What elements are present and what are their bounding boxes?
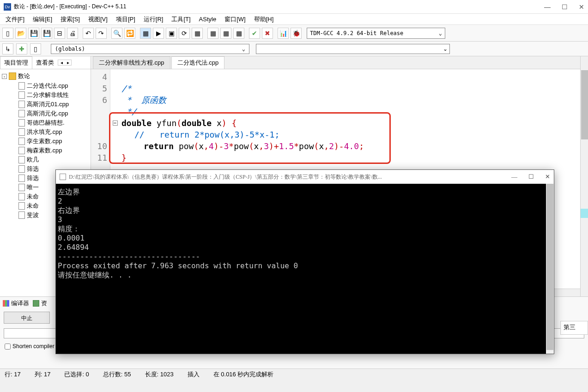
compile-icon[interactable]: ▦ — [140, 28, 151, 39]
tree-root[interactable]: - 数论 — [1, 71, 90, 81]
console-title-text: D:\红泥巴\我的课程体系\（信息奥赛）课程体系\第一阶段：入门级（CSP-J）… — [69, 173, 511, 181]
fold-icon[interactable]: − — [113, 121, 118, 126]
chevron-down-icon: ⌄ — [443, 46, 448, 52]
tree-file-label: 筛选 — [27, 174, 39, 182]
globals-select[interactable]: (globals) ⌄ — [51, 44, 249, 54]
console-minimize-icon[interactable]: — — [511, 173, 517, 181]
editor-vscrollbar[interactable] — [580, 56, 588, 296]
file-icon — [18, 211, 25, 219]
collapse-icon[interactable]: - — [2, 74, 7, 79]
file-icon — [18, 165, 25, 173]
title-bar: Dv 数论 - [数论.dev] - [Executing] - Dev-C++… — [0, 0, 588, 14]
editor-tab[interactable]: 二分迭代法.cpp — [171, 56, 225, 69]
tree-file-item[interactable]: 高斯消元01.cpp — [1, 100, 90, 109]
tree-file-label: 哥德巴赫猜想. — [27, 119, 65, 127]
symbol-select[interactable]: ⌄ — [256, 44, 450, 54]
cancel-icon[interactable]: ✖ — [262, 28, 273, 39]
tree-file-label: 未命 — [27, 193, 39, 201]
status-total: 总行数: 55 — [103, 370, 131, 379]
menu-project[interactable]: 项目[P] — [112, 14, 139, 24]
file-icon — [18, 138, 25, 145]
tree-file-item[interactable]: 哥德巴赫猜想. — [1, 118, 90, 127]
close-file-icon[interactable]: ⊟ — [54, 28, 65, 39]
menu-help[interactable]: 帮助[H] — [250, 14, 278, 24]
replace-icon[interactable]: 🔁 — [124, 28, 135, 39]
file-icon — [18, 110, 25, 117]
compiler-select-value: TDM-GCC 4.9.2 64-bit Release — [310, 30, 403, 36]
editor-tabs: 二分求解非线性方程.cpp 二分迭代法.cpp — [91, 56, 580, 69]
save-icon[interactable]: 💾 — [28, 28, 39, 39]
bottom-tab-compiler[interactable]: 编译器 — [3, 299, 29, 308]
bookmark-icon[interactable]: ▯ — [30, 43, 41, 54]
redo-icon[interactable]: ↷ — [96, 28, 107, 39]
open-icon[interactable]: 📂 — [15, 28, 26, 39]
menu-edit[interactable]: 编辑[E] — [29, 14, 56, 24]
tree-file-item[interactable]: 梅森素数.cpp — [1, 146, 90, 155]
resources-tab-icon — [33, 300, 39, 307]
chevron-down-icon: ⌄ — [439, 30, 442, 36]
file-icon — [18, 91, 25, 99]
minimize-icon[interactable]: — — [544, 3, 551, 11]
status-insert: 插入 — [188, 370, 200, 379]
status-length: 长度: 1023 — [145, 370, 174, 379]
run-icon[interactable]: ▶ — [153, 28, 164, 39]
chart-icon[interactable]: 📊 — [278, 28, 289, 39]
tree-file-item[interactable]: 欧几 — [1, 155, 90, 164]
menu-view[interactable]: 视图[V] — [85, 14, 111, 24]
editor-tab[interactable]: 二分求解非线性方程.cpp — [93, 56, 170, 69]
console-output[interactable]: 左边界 2 右边界 3 精度： 0.0001 2.64894 ---------… — [56, 184, 554, 283]
console-title-bar[interactable]: D:\红泥巴\我的课程体系\（信息奥赛）课程体系\第一阶段：入门级（CSP-J）… — [56, 170, 554, 184]
maximize-icon[interactable]: ☐ — [562, 3, 568, 11]
truncated-tab[interactable]: 第三 — [560, 321, 588, 335]
sidebar-nav-arrows[interactable]: ◂▸ — [58, 60, 72, 66]
save-all-icon[interactable]: 💾 — [41, 28, 52, 39]
debug-icon[interactable]: ▦ — [192, 28, 203, 39]
tree-file-item[interactable]: 高斯消元化.cpp — [1, 109, 90, 118]
goto-icon[interactable]: ↳ — [2, 43, 13, 54]
menu-astyle[interactable]: AStyle — [195, 15, 220, 24]
menu-tools[interactable]: 工具[T] — [168, 14, 194, 24]
grid1-icon[interactable]: ▦ — [220, 28, 231, 39]
tree-file-label: 梅森素数.cpp — [27, 146, 62, 155]
bug-icon[interactable]: 🐞 — [291, 28, 302, 39]
sidebar-tab-classes[interactable]: 查看类 — [32, 57, 58, 69]
profile-icon[interactable]: ▦ — [207, 28, 218, 39]
find-icon[interactable]: 🔍 — [111, 28, 122, 39]
console-close-icon[interactable]: ✕ — [545, 173, 550, 181]
tree-file-item[interactable]: 二分迭代法.cpp — [1, 81, 90, 90]
tree-file-label: 斐波 — [27, 211, 39, 219]
grid2-icon[interactable]: ▦ — [233, 28, 244, 39]
chevron-down-icon: ⌄ — [242, 46, 245, 52]
code-lines[interactable]: /* * 原函数 */ double yfun(double x) { // r… — [120, 69, 580, 179]
compiler-select[interactable]: TDM-GCC 4.9.2 64-bit Release ⌄ — [307, 28, 445, 39]
tree-file-label: 洪水填充.cpp — [27, 128, 62, 136]
menu-window[interactable]: 窗口[W] — [221, 14, 249, 24]
main-toolbar: ▯ 📂 💾 💾 ⊟ 🖨 ↶ ↷ 🔍 🔁 ▦ ▶ ▣ ⟳ ▦ ▦ ▦ ▦ ✔ ✖ … — [0, 25, 588, 42]
console-maximize-icon[interactable]: ☐ — [528, 173, 534, 181]
bottom-tab-resources[interactable]: 资 — [33, 299, 47, 308]
shorten-paths-checkbox[interactable] — [5, 344, 11, 350]
menu-run[interactable]: 运行[R] — [140, 14, 167, 24]
tree-file-item[interactable]: 孪生素数.cpp — [1, 137, 90, 146]
tree-file-label: 未命 — [27, 202, 39, 210]
compile-run-icon[interactable]: ▣ — [166, 28, 177, 39]
status-bar: 行: 17 列: 17 已选择: 0 总行数: 55 长度: 1023 插入 在… — [0, 368, 588, 380]
undo-icon[interactable]: ↶ — [83, 28, 94, 39]
new-file-icon[interactable]: ▯ — [2, 28, 13, 39]
tree-file-label: 孪生素数.cpp — [27, 137, 62, 145]
tree-file-item[interactable]: 二分求解非线性 — [1, 90, 90, 100]
menu-file[interactable]: 文件[F] — [2, 14, 28, 24]
sidebar-tab-project[interactable]: 项目管理 — [0, 56, 32, 69]
file-icon — [18, 147, 25, 154]
close-icon[interactable]: ✕ — [579, 3, 584, 11]
new-class-icon[interactable]: ✚ — [16, 43, 27, 54]
check-icon[interactable]: ✔ — [249, 28, 260, 39]
print-icon[interactable]: 🖨 — [67, 28, 78, 39]
menu-search[interactable]: 搜索[S] — [57, 14, 84, 24]
file-icon — [18, 175, 25, 182]
abort-button[interactable]: 中止 — [4, 312, 50, 324]
tree-file-item[interactable]: 洪水填充.cpp — [1, 127, 90, 137]
code-editor[interactable]: 4 5 6 10 11 − /* * 原函数 */ double yfun(do… — [91, 69, 580, 179]
console-vscrollbar[interactable] — [546, 184, 554, 354]
rebuild-icon[interactable]: ⟳ — [179, 28, 190, 39]
